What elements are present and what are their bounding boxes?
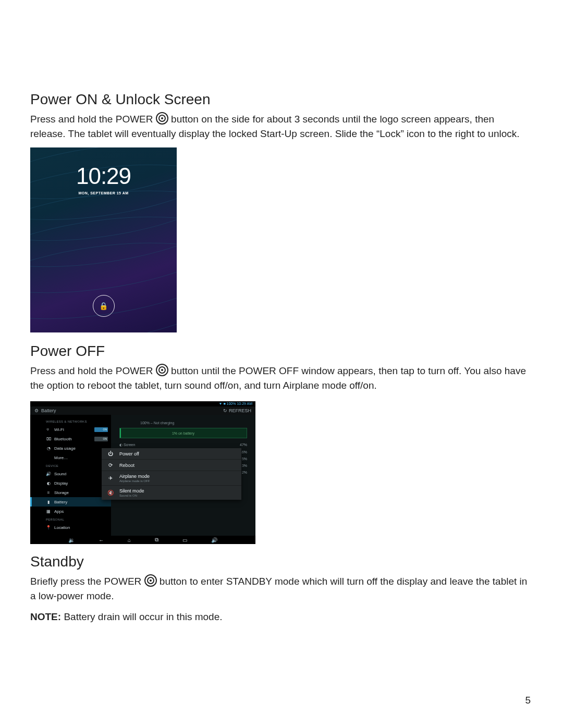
text-power-off-pre: Press and hold the POWER [30,365,156,376]
apps-icon: ▦ [46,509,51,514]
volume-down-icon[interactable]: 🔉 [68,537,75,543]
sidebar-item-data-usage[interactable]: ◔ Data usage [30,443,111,453]
lockscreen-date: MON, SEPTEMBER 15 AM [30,191,177,195]
battery-bar-label: 1% on battery [172,431,194,435]
sound-icon: 🔊 [46,472,51,476]
usage-row-screen[interactable]: ◐ Screen 47% [119,441,247,449]
recents-icon[interactable]: ▭ [182,537,187,543]
gear-icon: ⚙ [34,408,39,413]
sidebar-item-label: Storage [54,490,69,495]
lock-icon: 🔒 [99,302,108,310]
paragraph-power-on: Press and hold the POWER button on the s… [30,112,532,141]
page-number: 5 [525,695,531,706]
power-menu-item-airplane[interactable]: ✈ Airplane mode Airplane mode is OFF [102,471,241,486]
screenshot-icon[interactable]: ⧉ [155,537,158,543]
note-body: Battery drain will occur in this mode. [61,611,222,622]
home-icon[interactable]: ⌂ [128,537,131,543]
power-menu-label: Silent mode [119,488,144,493]
sidebar-category-personal: PERSONAL [30,516,111,523]
sidebar-item-wifi[interactable]: ᯤ Wi-Fi ON [30,425,111,434]
storage-icon: ≡ [46,490,51,495]
sidebar-item-label: Data usage [54,446,76,451]
paragraph-standby-note: NOTE: Battery drain will occur in this m… [30,610,532,624]
sidebar-item-display[interactable]: ◐ Display [30,478,111,488]
usage-percent: 2% [242,471,247,474]
heading-power-on: Power ON & Unlock Screen [30,91,532,108]
power-off-icon: ⏻ [107,451,114,456]
lock-slider[interactable]: 🔒 [93,295,115,317]
battery-bar[interactable]: 1% on battery [119,428,247,438]
power-menu-sublabel: Sound is ON [119,494,144,497]
settings-sidebar: WIRELESS & NETWORKS ᯤ Wi-Fi ON ⌧ Bluetoo… [30,415,111,537]
sidebar-item-battery[interactable]: ▮ Battery [30,497,111,507]
sidebar-item-label: Location [54,525,70,530]
sidebar-item-label: Sound [54,472,66,476]
power-menu-figure: ▼ ■ 100% 10:29 AM ⚙Battery ↻ REFRESH WIR… [30,401,255,544]
display-icon: ◐ [46,481,51,486]
usage-percent: 5% [242,457,247,461]
text-power-on-pre: Press and hold the POWER [30,114,156,125]
heading-power-off: Power OFF [30,343,532,360]
power-menu-item-power-off[interactable]: ⏻ Power off [102,448,241,460]
sidebar-item-label: Apps [54,509,64,514]
power-menu-item-reboot[interactable]: ⟳ Reboot [102,460,241,471]
paragraph-power-off: Press and hold the POWER button until th… [30,364,532,393]
settings-titlebar: ⚙Battery ↻ REFRESH [30,406,255,415]
usage-label: Screen [124,443,135,447]
power-menu-item-silent[interactable]: 🔇 Silent mode Sound is ON [102,486,241,500]
location-icon: 📍 [46,525,51,530]
sidebar-item-label: Display [54,481,68,486]
sidebar-item-storage[interactable]: ≡ Storage [30,488,111,497]
screen-icon: ◐ [119,443,124,447]
sidebar-item-location[interactable]: 📍 Location [30,523,111,532]
power-icon [144,574,157,587]
refresh-button[interactable]: ↻ REFRESH [223,408,251,413]
power-icon [156,364,168,376]
sidebar-item-label: Bluetooth [54,437,72,441]
usage-percent: 47% [240,443,247,447]
text-standby-pre: Briefly press the POWER [30,576,144,587]
volume-up-icon[interactable]: 🔊 [211,537,217,543]
reboot-icon: ⟳ [107,462,114,468]
airplane-icon: ✈ [107,475,114,481]
paragraph-standby: Briefly press the POWER button to enter … [30,574,532,603]
power-menu-label: Reboot [119,463,134,468]
power-menu-label: Power off [119,451,139,456]
power-icon [156,112,168,125]
sidebar-item-label: Wi-Fi [54,427,64,432]
wifi-icon: ᯤ [46,427,51,432]
power-menu-label: Airplane mode [119,474,150,479]
bluetooth-icon: ⌧ [46,437,51,441]
sidebar-category-wireless: WIRELESS & NETWORKS [30,418,111,425]
data-usage-icon: ◔ [46,446,51,451]
wifi-toggle[interactable]: ON [94,427,108,432]
sidebar-item-apps[interactable]: ▦ Apps [30,507,111,516]
nav-bar: 🔉 ← ⌂ ⧉ ▭ 🔊 [30,536,255,544]
bluetooth-toggle[interactable]: ON [94,437,108,441]
back-icon[interactable]: ← [99,537,104,543]
sidebar-item-label: More… [54,455,68,460]
battery-status-text: 100% – Not charging [119,419,247,428]
lockscreen-time: 10:29 [30,163,177,189]
sidebar-item-more[interactable]: More… [30,453,111,462]
sidebar-item-sound[interactable]: 🔊 Sound [30,469,111,478]
power-menu-dialog: ⏻ Power off ⟳ Reboot ✈ Airplane mode Air… [102,448,241,500]
sidebar-item-label: Battery [54,500,67,504]
lockscreen-figure: 10:29 MON, SEPTEMBER 15 AM 🔒 [30,147,177,332]
heading-standby: Standby [30,553,532,570]
note-label: NOTE: [30,611,61,622]
sidebar-category-device: DEVICE [30,462,111,469]
usage-percent: 3% [242,464,247,467]
status-bar: ▼ ■ 100% 10:29 AM [30,401,255,406]
silent-icon: 🔇 [107,490,114,496]
power-menu-sublabel: Airplane mode is OFF [119,479,150,483]
settings-title: Battery [41,408,56,413]
battery-icon: ▮ [46,500,51,504]
sidebar-item-bluetooth[interactable]: ⌧ Bluetooth ON [30,434,111,443]
